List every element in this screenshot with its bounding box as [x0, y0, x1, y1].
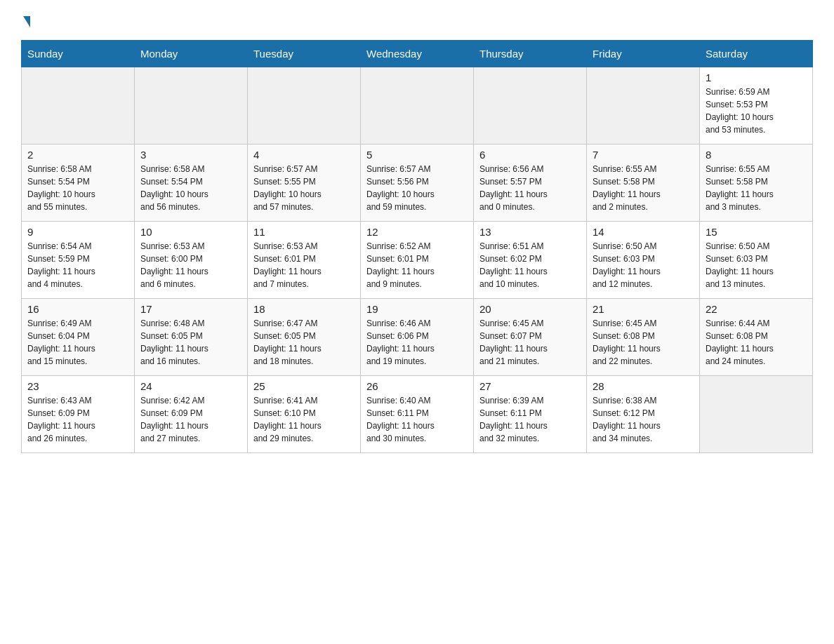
day-number: 18 — [253, 303, 355, 315]
day-number: 16 — [27, 303, 128, 315]
calendar-cell: 20Sunrise: 6:45 AM Sunset: 6:07 PM Dayli… — [474, 299, 587, 376]
calendar-cell: 14Sunrise: 6:50 AM Sunset: 6:03 PM Dayli… — [587, 222, 700, 299]
day-info: Sunrise: 6:58 AM Sunset: 5:54 PM Dayligh… — [140, 163, 241, 213]
calendar-cell — [248, 67, 361, 145]
calendar-cell: 7Sunrise: 6:55 AM Sunset: 5:58 PM Daylig… — [587, 145, 700, 222]
logo — [21, 14, 30, 27]
day-number: 3 — [140, 149, 241, 161]
weekday-header-row: SundayMondayTuesdayWednesdayThursdayFrid… — [22, 41, 813, 67]
calendar-cell: 21Sunrise: 6:45 AM Sunset: 6:08 PM Dayli… — [587, 299, 700, 376]
calendar-cell: 1Sunrise: 6:59 AM Sunset: 5:53 PM Daylig… — [700, 67, 813, 145]
logo-triangle-icon — [23, 16, 30, 27]
calendar-cell: 17Sunrise: 6:48 AM Sunset: 6:05 PM Dayli… — [135, 299, 248, 376]
day-info: Sunrise: 6:42 AM Sunset: 6:09 PM Dayligh… — [140, 394, 241, 445]
day-info: Sunrise: 6:54 AM Sunset: 5:59 PM Dayligh… — [27, 240, 128, 290]
day-info: Sunrise: 6:50 AM Sunset: 6:03 PM Dayligh… — [593, 240, 694, 290]
calendar-cell: 27Sunrise: 6:39 AM Sunset: 6:11 PM Dayli… — [474, 376, 587, 453]
weekday-header-saturday: Saturday — [700, 41, 813, 67]
calendar-cell: 13Sunrise: 6:51 AM Sunset: 6:02 PM Dayli… — [474, 222, 587, 299]
calendar-cell — [135, 67, 248, 145]
day-number: 25 — [253, 380, 355, 392]
weekday-header-monday: Monday — [135, 41, 248, 67]
day-info: Sunrise: 6:53 AM Sunset: 6:01 PM Dayligh… — [253, 240, 355, 290]
weekday-header-sunday: Sunday — [22, 41, 135, 67]
calendar-week-row: 16Sunrise: 6:49 AM Sunset: 6:04 PM Dayli… — [22, 299, 813, 376]
weekday-header-thursday: Thursday — [474, 41, 587, 67]
calendar-week-row: 23Sunrise: 6:43 AM Sunset: 6:09 PM Dayli… — [22, 376, 813, 453]
day-number: 23 — [27, 380, 128, 392]
calendar-cell: 8Sunrise: 6:55 AM Sunset: 5:58 PM Daylig… — [700, 145, 813, 222]
calendar-cell: 23Sunrise: 6:43 AM Sunset: 6:09 PM Dayli… — [22, 376, 135, 453]
day-number: 15 — [706, 226, 807, 238]
weekday-header-friday: Friday — [587, 41, 700, 67]
day-info: Sunrise: 6:38 AM Sunset: 6:12 PM Dayligh… — [593, 394, 694, 445]
calendar-cell: 28Sunrise: 6:38 AM Sunset: 6:12 PM Dayli… — [587, 376, 700, 453]
day-info: Sunrise: 6:44 AM Sunset: 6:08 PM Dayligh… — [706, 317, 807, 368]
calendar-cell: 11Sunrise: 6:53 AM Sunset: 6:01 PM Dayli… — [248, 222, 361, 299]
day-number: 17 — [140, 303, 241, 315]
calendar-cell — [587, 67, 700, 145]
day-info: Sunrise: 6:39 AM Sunset: 6:11 PM Dayligh… — [479, 394, 581, 445]
day-number: 4 — [253, 149, 355, 161]
calendar-week-row: 9Sunrise: 6:54 AM Sunset: 5:59 PM Daylig… — [22, 222, 813, 299]
calendar-cell — [22, 67, 135, 145]
calendar-cell — [700, 376, 813, 453]
day-info: Sunrise: 6:59 AM Sunset: 5:53 PM Dayligh… — [706, 86, 807, 136]
calendar-cell: 9Sunrise: 6:54 AM Sunset: 5:59 PM Daylig… — [22, 222, 135, 299]
day-number: 24 — [140, 380, 241, 392]
calendar-cell — [361, 67, 474, 145]
calendar-week-row: 1Sunrise: 6:59 AM Sunset: 5:53 PM Daylig… — [22, 67, 813, 145]
calendar-cell: 12Sunrise: 6:52 AM Sunset: 6:01 PM Dayli… — [361, 222, 474, 299]
day-info: Sunrise: 6:51 AM Sunset: 6:02 PM Dayligh… — [479, 240, 581, 290]
day-info: Sunrise: 6:57 AM Sunset: 5:56 PM Dayligh… — [366, 163, 468, 213]
calendar-cell: 24Sunrise: 6:42 AM Sunset: 6:09 PM Dayli… — [135, 376, 248, 453]
calendar-cell: 19Sunrise: 6:46 AM Sunset: 6:06 PM Dayli… — [361, 299, 474, 376]
day-info: Sunrise: 6:45 AM Sunset: 6:08 PM Dayligh… — [593, 317, 694, 368]
calendar-cell — [474, 67, 587, 145]
calendar-cell: 4Sunrise: 6:57 AM Sunset: 5:55 PM Daylig… — [248, 145, 361, 222]
day-number: 11 — [253, 226, 355, 238]
calendar-week-row: 2Sunrise: 6:58 AM Sunset: 5:54 PM Daylig… — [22, 145, 813, 222]
day-number: 8 — [706, 149, 807, 161]
page-header — [21, 14, 813, 27]
calendar-cell: 10Sunrise: 6:53 AM Sunset: 6:00 PM Dayli… — [135, 222, 248, 299]
day-number: 21 — [593, 303, 694, 315]
day-number: 14 — [593, 226, 694, 238]
day-info: Sunrise: 6:45 AM Sunset: 6:07 PM Dayligh… — [479, 317, 581, 368]
day-info: Sunrise: 6:41 AM Sunset: 6:10 PM Dayligh… — [253, 394, 355, 445]
day-info: Sunrise: 6:56 AM Sunset: 5:57 PM Dayligh… — [479, 163, 581, 213]
day-number: 20 — [479, 303, 581, 315]
day-info: Sunrise: 6:46 AM Sunset: 6:06 PM Dayligh… — [366, 317, 468, 368]
day-info: Sunrise: 6:55 AM Sunset: 5:58 PM Dayligh… — [593, 163, 694, 213]
day-number: 7 — [593, 149, 694, 161]
day-info: Sunrise: 6:49 AM Sunset: 6:04 PM Dayligh… — [27, 317, 128, 368]
day-info: Sunrise: 6:48 AM Sunset: 6:05 PM Dayligh… — [140, 317, 241, 368]
day-number: 5 — [366, 149, 468, 161]
calendar-cell: 3Sunrise: 6:58 AM Sunset: 5:54 PM Daylig… — [135, 145, 248, 222]
day-number: 13 — [479, 226, 581, 238]
calendar-cell: 26Sunrise: 6:40 AM Sunset: 6:11 PM Dayli… — [361, 376, 474, 453]
weekday-header-wednesday: Wednesday — [361, 41, 474, 67]
day-info: Sunrise: 6:53 AM Sunset: 6:00 PM Dayligh… — [140, 240, 241, 290]
day-info: Sunrise: 6:47 AM Sunset: 6:05 PM Dayligh… — [253, 317, 355, 368]
day-info: Sunrise: 6:58 AM Sunset: 5:54 PM Dayligh… — [27, 163, 128, 213]
day-number: 10 — [140, 226, 241, 238]
day-number: 28 — [593, 380, 694, 392]
calendar-cell: 5Sunrise: 6:57 AM Sunset: 5:56 PM Daylig… — [361, 145, 474, 222]
day-number: 1 — [706, 72, 807, 83]
day-number: 2 — [27, 149, 128, 161]
calendar-cell: 18Sunrise: 6:47 AM Sunset: 6:05 PM Dayli… — [248, 299, 361, 376]
day-info: Sunrise: 6:40 AM Sunset: 6:11 PM Dayligh… — [366, 394, 468, 445]
calendar-cell: 16Sunrise: 6:49 AM Sunset: 6:04 PM Dayli… — [22, 299, 135, 376]
day-number: 6 — [479, 149, 581, 161]
day-info: Sunrise: 6:57 AM Sunset: 5:55 PM Dayligh… — [253, 163, 355, 213]
calendar-cell: 22Sunrise: 6:44 AM Sunset: 6:08 PM Dayli… — [700, 299, 813, 376]
day-info: Sunrise: 6:52 AM Sunset: 6:01 PM Dayligh… — [366, 240, 468, 290]
day-number: 26 — [366, 380, 468, 392]
calendar-table: SundayMondayTuesdayWednesdayThursdayFrid… — [21, 40, 813, 453]
day-info: Sunrise: 6:43 AM Sunset: 6:09 PM Dayligh… — [27, 394, 128, 445]
calendar-cell: 25Sunrise: 6:41 AM Sunset: 6:10 PM Dayli… — [248, 376, 361, 453]
calendar-cell: 6Sunrise: 6:56 AM Sunset: 5:57 PM Daylig… — [474, 145, 587, 222]
calendar-cell: 2Sunrise: 6:58 AM Sunset: 5:54 PM Daylig… — [22, 145, 135, 222]
day-number: 22 — [706, 303, 807, 315]
